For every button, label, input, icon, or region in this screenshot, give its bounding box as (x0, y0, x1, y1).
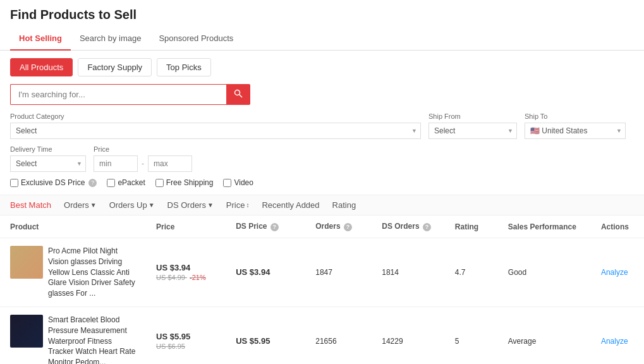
product-cell: Pro Acme Pilot Night Vision glasses Driv… (10, 246, 136, 299)
pill-all-products[interactable]: All Products (10, 58, 73, 76)
product-name: Smart Bracelet Blood Pressure Measuremen… (48, 315, 136, 364)
price-sort-icon: ↕ (246, 202, 249, 209)
product-table: Product Price DS Price ? Orders ? DS Ord… (0, 215, 644, 364)
analyze-link[interactable]: Analyze (601, 337, 628, 346)
search-input[interactable] (10, 84, 226, 105)
table-row: Pro Acme Pilot Night Vision glasses Driv… (0, 238, 644, 307)
pill-factory-supply[interactable]: Factory Supply (78, 58, 152, 76)
orders-up-dropdown-icon: ▼ (149, 202, 155, 209)
price-min-input[interactable] (94, 155, 138, 172)
product-rating: 5 (445, 306, 498, 364)
sort-ds-orders[interactable]: DS Orders ▼ (167, 200, 214, 210)
col-ds-orders: DS Orders ? (372, 215, 445, 238)
product-orders: 1847 (305, 238, 372, 307)
col-sales-performance: Sales Performance (498, 215, 591, 238)
col-orders: Orders ? (305, 215, 372, 238)
product-action[interactable]: Analyze (591, 238, 644, 307)
table-row: Smart Bracelet Blood Pressure Measuremen… (0, 306, 644, 364)
tab-search-by-image[interactable]: Search by image (71, 27, 150, 51)
product-image (10, 246, 43, 279)
product-price: US $3.94 US $4.99 -21% (146, 238, 226, 307)
product-image (10, 315, 43, 348)
info-icon-exclusive: ? (88, 179, 97, 187)
pill-buttons-row: All Products Factory Supply Top Picks (10, 58, 634, 76)
ds-price-info-icon: ? (270, 223, 279, 231)
price-filter: Price - (94, 145, 192, 172)
product-category-filter: Product Category Select (10, 112, 421, 139)
product-price: US $5.95 US $6.95 (146, 306, 226, 364)
col-price: Price (146, 215, 226, 238)
sort-best-match[interactable]: Best Match (10, 200, 51, 210)
price-max-input[interactable] (148, 155, 192, 172)
sort-bar: Best Match Orders ▼ Orders Up ▼ DS Order… (0, 195, 644, 215)
exclusive-ds-checkbox[interactable]: Exclusive DS Price ? (10, 178, 97, 187)
ds-orders-info-icon: ? (423, 223, 431, 231)
svg-point-0 (235, 90, 240, 95)
epacket-checkbox[interactable]: ePacket (107, 178, 145, 187)
page-title: Find Products to Sell (0, 0, 644, 27)
price-inputs: - (94, 155, 192, 172)
search-bar (10, 84, 250, 105)
tabs-bar: Hot Selling Search by image Sponsored Pr… (0, 27, 644, 51)
ship-to-label: Ship To (525, 112, 626, 120)
svg-line-1 (240, 95, 243, 98)
delivery-time-label: Delivery Time (10, 145, 86, 153)
checkbox-row: Exclusive DS Price ? ePacket Free Shippi… (10, 178, 634, 187)
price-label: Price (94, 145, 192, 153)
ship-to-filter: Ship To 🇺🇸 United States (525, 112, 626, 139)
product-ds-orders: 1814 (372, 238, 445, 307)
ship-to-select[interactable]: 🇺🇸 United States (525, 123, 626, 139)
col-ds-price: DS Price ? (226, 215, 305, 238)
ship-from-filter: Ship From Select (428, 112, 517, 139)
col-product: Product (0, 215, 146, 238)
tab-sponsored-products[interactable]: Sponsored Products (150, 27, 242, 51)
free-shipping-checkbox[interactable]: Free Shipping (155, 178, 214, 187)
product-name: Pro Acme Pilot Night Vision glasses Driv… (48, 246, 136, 299)
product-category-select[interactable]: Select (10, 123, 421, 139)
pill-top-picks[interactable]: Top Picks (157, 58, 211, 76)
filter-row-1: Product Category Select Ship From Select… (10, 112, 634, 139)
product-ds-price: US $5.95 (226, 306, 305, 364)
price-separator: - (142, 159, 144, 168)
product-action[interactable]: Analyze (591, 306, 644, 364)
filter-section: All Products Factory Supply Top Picks Pr… (0, 51, 644, 195)
orders-dropdown-icon: ▼ (90, 202, 97, 209)
ds-orders-dropdown-icon: ▼ (207, 202, 214, 209)
product-sales-performance: Good (498, 238, 591, 307)
product-cell: Smart Bracelet Blood Pressure Measuremen… (10, 315, 136, 364)
tab-hot-selling[interactable]: Hot Selling (10, 27, 71, 51)
analyze-link[interactable]: Analyze (601, 268, 628, 277)
search-icon (234, 89, 243, 98)
product-ds-price: US $3.94 (226, 238, 305, 307)
sort-recently-added[interactable]: Recently Added (262, 200, 319, 210)
search-button[interactable] (226, 84, 250, 105)
ship-from-label: Ship From (428, 112, 517, 120)
product-sales-performance: Average (498, 306, 591, 364)
product-orders: 21656 (305, 306, 372, 364)
ship-from-select[interactable]: Select (428, 123, 517, 139)
video-checkbox[interactable]: Video (223, 178, 253, 187)
orders-info-icon: ? (344, 223, 352, 231)
sort-rating[interactable]: Rating (332, 200, 356, 210)
delivery-time-select[interactable]: Select (10, 155, 86, 172)
sort-orders[interactable]: Orders ▼ (64, 200, 97, 210)
sort-price[interactable]: Price ↕ (226, 200, 250, 210)
product-ds-orders: 14229 (372, 306, 445, 364)
filter-row-2: Delivery Time Select Price - (10, 145, 634, 172)
col-actions: Actions (591, 215, 644, 238)
col-rating: Rating (445, 215, 498, 238)
product-category-label: Product Category (10, 112, 421, 120)
delivery-time-filter: Delivery Time Select (10, 145, 86, 172)
product-rating: 4.7 (445, 238, 498, 307)
sort-orders-up[interactable]: Orders Up ▼ (109, 200, 155, 210)
